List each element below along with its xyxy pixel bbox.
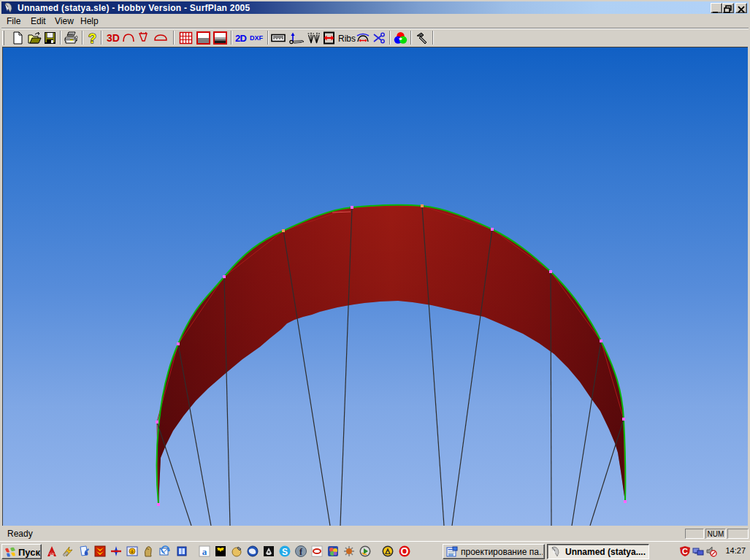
svg-text:DXF: DXF <box>250 34 264 42</box>
svg-text:O: O <box>401 545 409 557</box>
svg-text:S: S <box>282 547 288 557</box>
svg-text:2D: 2D <box>235 33 247 44</box>
svg-text:120: 120 <box>50 552 55 556</box>
svg-text:?: ? <box>88 31 96 45</box>
svg-text:3D: 3D <box>107 32 120 44</box>
svg-text:Ribs: Ribs <box>338 34 356 44</box>
svg-text:C: C <box>682 547 688 556</box>
svg-text:a: a <box>202 546 207 557</box>
